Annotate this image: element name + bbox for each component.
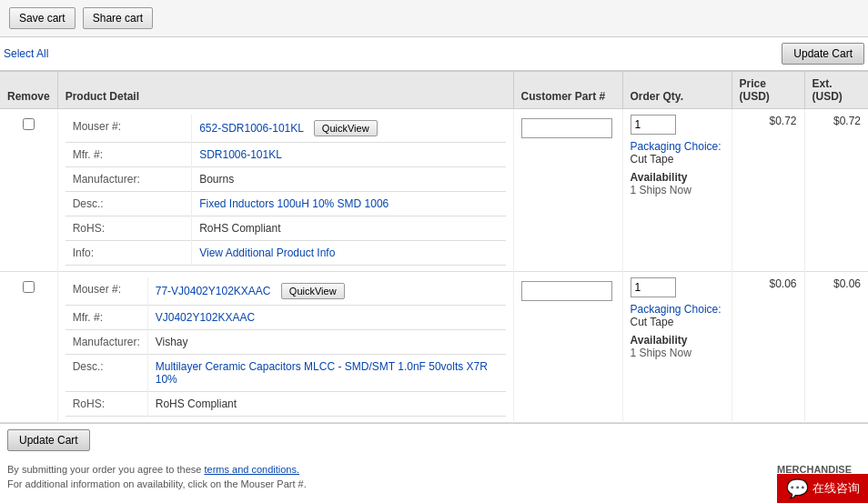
rohs-label: RoHS:: [66, 216, 192, 241]
manufacturer-value: Bourns: [192, 167, 506, 192]
chat-widget[interactable]: 💬 在线咨询: [777, 474, 868, 497]
bottom-bar: Update Cart: [0, 423, 868, 457]
qty-input[interactable]: [631, 277, 676, 297]
availability-label: Availability: [631, 171, 688, 184]
mfr-value: SDR1006-101KL: [192, 143, 506, 167]
customer-part-input[interactable]: [521, 281, 612, 301]
remove-checkbox[interactable]: [23, 281, 35, 293]
mfr-link[interactable]: SDR1006-101KL: [199, 148, 282, 161]
share-cart-button[interactable]: Share cart: [83, 7, 153, 29]
col-price: Price (USD): [732, 72, 804, 109]
product-detail-cell: Mouser #: 652-SDR1006-101KL QuickView Mf…: [57, 109, 513, 272]
remove-checkbox[interactable]: [23, 118, 35, 130]
rohs-value: RoHS Compliant: [192, 216, 506, 241]
packaging-value: Cut Tape: [631, 316, 674, 328]
col-remove: Remove: [0, 72, 57, 109]
col-product: Product Detail: [57, 72, 513, 109]
remove-cell: [0, 272, 57, 423]
mouser-link[interactable]: 652-SDR1006-101KL: [199, 122, 303, 135]
select-all-bar: Select All Update Cart: [0, 37, 868, 71]
desc-value: Fixed Inductors 100uH 10% SMD 1006: [192, 192, 506, 216]
availability-value: 1 Ships Now: [631, 347, 691, 359]
ext-cell: $0.72: [804, 109, 868, 272]
product-detail-cell: Mouser #: 77-VJ0402Y102KXAAC QuickView M…: [57, 272, 513, 423]
packaging-choice-link[interactable]: Packaging Choice:: [631, 140, 722, 153]
col-order-qty: Order Qty.: [622, 72, 732, 109]
mfr-value: VJ0402Y102KXAAC: [147, 306, 505, 330]
terms-link[interactable]: terms and conditions.: [204, 464, 299, 475]
qty-input[interactable]: [631, 115, 676, 135]
order-qty-cell: Packaging Choice: Cut TapeAvailability 1…: [622, 109, 732, 272]
info-label: Info:: [66, 241, 192, 266]
customer-part-cell: [513, 109, 622, 272]
remove-cell: [0, 109, 57, 272]
availability-value: 1 Ships Now: [631, 184, 691, 196]
cart-table: Remove Product Detail Customer Part # Or…: [0, 71, 868, 423]
table-row: Mouser #: 652-SDR1006-101KL QuickView Mf…: [0, 109, 868, 272]
order-qty-cell: Packaging Choice: Cut TapeAvailability 1…: [622, 272, 732, 423]
rohs-label: RoHS:: [66, 392, 148, 417]
footer-section: By submitting your order you agree to th…: [0, 457, 868, 497]
mouser-link[interactable]: 77-VJ0402Y102KXAAC: [156, 285, 271, 297]
col-ext: Ext. (USD): [804, 72, 868, 109]
availability-note: For additional information on availabili…: [7, 478, 307, 489]
save-cart-button[interactable]: Save cart: [9, 7, 76, 29]
manufacturer-value: Vishay: [147, 330, 505, 355]
update-cart-top-button[interactable]: Update Cart: [782, 43, 864, 65]
rohs-value: RoHS Compliant: [147, 392, 505, 417]
info-link[interactable]: View Additional Product Info: [199, 246, 335, 259]
availability-label: Availability: [631, 334, 688, 347]
manufacturer-label: Manufacturer:: [66, 330, 148, 355]
desc-value: Multilayer Ceramic Capacitors MLCC - SMD…: [147, 355, 505, 392]
mfr-link[interactable]: VJ0402Y102KXAAC: [156, 311, 255, 324]
desc-link[interactable]: Fixed Inductors 100uH 10% SMD 1006: [199, 197, 389, 210]
mouser-label: Mouser #:: [66, 277, 148, 306]
table-row: Mouser #: 77-VJ0402Y102KXAAC QuickView M…: [0, 272, 868, 423]
price-cell: $0.06: [732, 272, 804, 423]
chat-icon: 💬: [786, 478, 809, 497]
price-cell: $0.72: [732, 109, 804, 272]
desc-label: Desc.:: [66, 192, 192, 216]
select-all-link[interactable]: Select All: [4, 47, 48, 60]
quickview-button[interactable]: QuickView: [314, 120, 378, 136]
quickview-button[interactable]: QuickView: [281, 283, 345, 299]
mouser-value: 652-SDR1006-101KL QuickView: [192, 115, 506, 143]
mouser-value: 77-VJ0402Y102KXAAC QuickView: [147, 277, 505, 306]
desc-label: Desc.:: [66, 355, 148, 392]
mfr-label: Mfr. #:: [66, 143, 192, 167]
top-bar: Save cart Share cart: [0, 0, 868, 37]
submit-text: By submitting your order you agree to th…: [7, 464, 204, 475]
update-cart-bottom-button[interactable]: Update Cart: [7, 429, 90, 451]
customer-part-input[interactable]: [521, 118, 612, 138]
desc-link[interactable]: Multilayer Ceramic Capacitors MLCC - SMD…: [156, 360, 488, 386]
ext-cell: $0.06: [804, 272, 868, 423]
packaging-value: Cut Tape: [631, 153, 674, 166]
chat-label: 在线咨询: [812, 480, 860, 497]
info-value: View Additional Product Info: [192, 241, 506, 266]
mouser-label: Mouser #:: [66, 115, 192, 143]
customer-part-cell: [513, 272, 622, 423]
col-customer-part: Customer Part #: [513, 72, 622, 109]
manufacturer-label: Manufacturer:: [66, 167, 192, 192]
mfr-label: Mfr. #:: [66, 306, 148, 330]
packaging-choice-link[interactable]: Packaging Choice:: [631, 303, 722, 316]
